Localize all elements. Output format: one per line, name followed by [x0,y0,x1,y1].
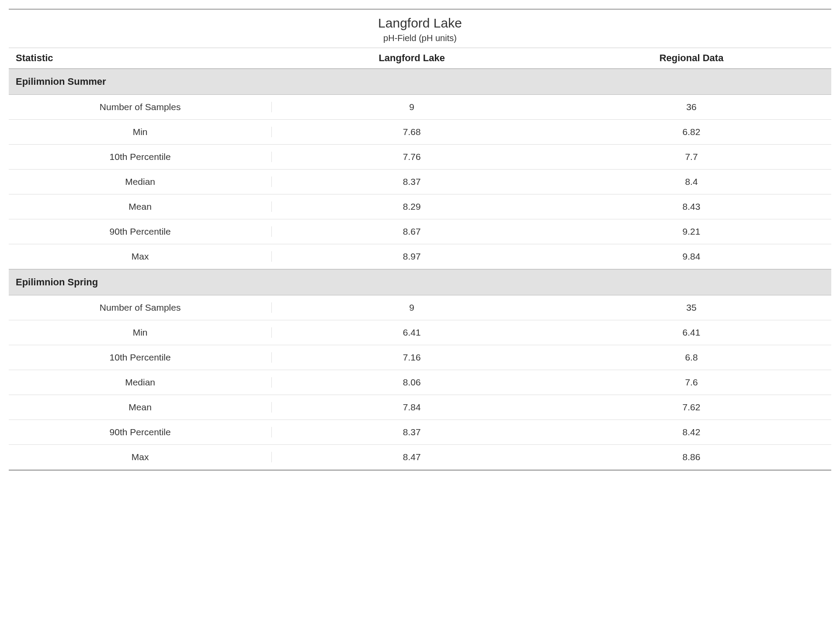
stat-value-regional: 8.86 [552,452,831,462]
stat-label: Max [9,452,272,462]
stat-value-lake: 7.76 [272,152,552,162]
table-row: Median 8.37 8.4 [9,170,831,194]
stat-value-regional: 9.84 [552,251,831,262]
stat-value-lake: 7.16 [272,352,552,363]
stat-value-lake: 8.67 [272,226,552,237]
stat-value-lake: 8.06 [272,377,552,388]
column-header-regional-data: Regional Data [552,52,831,64]
stat-value-regional: 6.41 [552,327,831,338]
stat-label: Min [9,327,272,338]
group-header: Epilimnion Summer [9,69,831,95]
group-epilimnion-summer: Epilimnion Summer Number of Samples 9 36… [9,69,831,269]
stat-value-lake: 9 [272,302,552,313]
stat-label: Max [9,251,272,262]
stat-value-lake: 8.47 [272,452,552,462]
stat-value-lake: 7.68 [272,127,552,137]
stat-label: Number of Samples [9,302,272,313]
table-row: 90th Percentile 8.37 8.42 [9,420,831,445]
group-header: Epilimnion Spring [9,269,831,295]
stat-value-lake: 8.37 [272,427,552,437]
stat-value-regional: 7.7 [552,152,831,162]
stat-label: 90th Percentile [9,226,272,237]
stat-value-lake: 9 [272,102,552,112]
stat-value-regional: 6.8 [552,352,831,363]
stat-value-lake: 7.84 [272,402,552,413]
group-epilimnion-spring: Epilimnion Spring Number of Samples 9 35… [9,269,831,470]
table-title: Langford Lake [9,16,831,31]
column-header-statistic: Statistic [9,52,272,64]
stat-value-regional: 8.43 [552,201,831,212]
stat-value-regional: 7.6 [552,377,831,388]
table-row: 10th Percentile 7.76 7.7 [9,145,831,170]
stats-table: Langford Lake pH-Field (pH units) Statis… [9,9,831,471]
stat-value-lake: 6.41 [272,327,552,338]
stat-label: Number of Samples [9,102,272,112]
table-row: Max 8.47 8.86 [9,445,831,470]
table-title-block: Langford Lake pH-Field (pH units) [9,10,831,48]
stat-value-lake: 8.29 [272,201,552,212]
stat-value-regional: 35 [552,302,831,313]
stat-value-lake: 8.37 [272,177,552,187]
stat-label: Mean [9,402,272,413]
stat-label: Mean [9,201,272,212]
column-header-row: Statistic Langford Lake Regional Data [9,48,831,69]
stat-value-regional: 9.21 [552,226,831,237]
table-row: Mean 7.84 7.62 [9,395,831,420]
stat-label: 90th Percentile [9,427,272,437]
table-row: Number of Samples 9 35 [9,295,831,320]
stat-label: Min [9,127,272,137]
table-row: Min 7.68 6.82 [9,120,831,145]
stats-table-container: Langford Lake pH-Field (pH units) Statis… [9,9,831,471]
table-row: Min 6.41 6.41 [9,320,831,345]
stat-label: 10th Percentile [9,352,272,363]
stat-value-lake: 8.97 [272,251,552,262]
stat-label: Median [9,377,272,388]
table-subtitle: pH-Field (pH units) [9,33,831,43]
table-row: Number of Samples 9 36 [9,95,831,120]
stat-value-regional: 6.82 [552,127,831,137]
table-row: 10th Percentile 7.16 6.8 [9,345,831,370]
column-header-langford-lake: Langford Lake [272,52,552,64]
table-row: Max 8.97 9.84 [9,244,831,269]
table-row: Mean 8.29 8.43 [9,194,831,219]
stat-label: 10th Percentile [9,152,272,162]
stat-value-regional: 8.42 [552,427,831,437]
stat-value-regional: 8.4 [552,177,831,187]
stat-value-regional: 36 [552,102,831,112]
stat-label: Median [9,177,272,187]
table-row: Median 8.06 7.6 [9,370,831,395]
table-row: 90th Percentile 8.67 9.21 [9,219,831,244]
stat-value-regional: 7.62 [552,402,831,413]
